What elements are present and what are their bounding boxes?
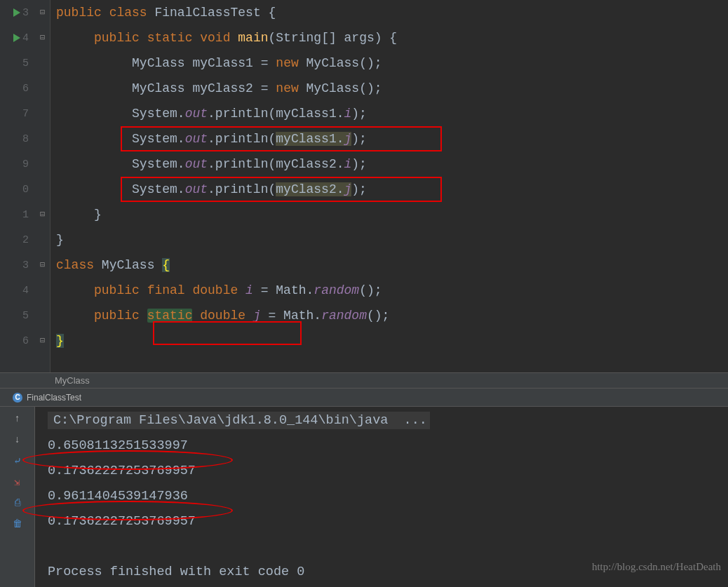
code-line: MyClass myClass1 = new MyClass(); [50,50,728,76]
code-editor[interactable]: public class FinalClassTest { public sta… [50,0,728,372]
console-output[interactable]: C:\Program Files\Java\jdk1.8.0_144\bin\j… [35,407,728,587]
code-line: } [50,202,728,227]
print-icon[interactable]: ⎙ [11,497,24,509]
code-line: public static void main(String[] args) { [50,25,728,50]
console-line: 0.9611404539147936 [48,484,728,509]
code-line: System.out.println(myClass2.j); [50,177,728,202]
run-tab-bar: C FinalClassTest [0,389,728,407]
code-line: } [50,227,728,252]
fold-icon[interactable]: ⊟ [40,211,47,218]
line-number[interactable]: 6⊟ [0,328,50,353]
code-line: System.out.println(myClass2.i); [50,151,728,177]
breadcrumb-item[interactable]: MyClass [55,375,90,386]
code-line: System.out.println(myClass1.i); [50,101,728,126]
code-line: public final double i = Math.random(); [50,278,728,303]
console-line [48,534,728,560]
line-number[interactable]: 4 [0,278,50,303]
arrow-up-icon[interactable]: ↑ [11,412,24,425]
wrap-icon[interactable]: ⤶ [11,454,24,467]
line-number[interactable]: 9 [0,151,50,177]
code-line: MyClass myClass2 = new MyClass(); [50,76,728,101]
line-number[interactable]: 3⊟ [0,0,50,25]
watermark-text: http://blog.csdn.net/HeatDeath [592,561,721,573]
line-number[interactable]: 7 [0,101,50,126]
run-gutter-icon[interactable] [13,34,20,42]
run-gutter-icon[interactable] [13,8,20,17]
fold-icon[interactable]: ⊟ [40,337,47,344]
class-icon: C [13,393,22,403]
line-number[interactable]: 8 [0,126,50,151]
code-line: class MyClass { [50,252,728,278]
line-number[interactable]: 4⊟ [0,25,50,50]
editor-area: 3⊟ 4⊟ 5 6 7 8 9 0 1⊟ 2 3⊟ 4 5 6⊟ public … [0,0,728,372]
code-line: System.out.println(myClass1.j); [50,126,728,151]
line-number[interactable]: 2 [0,227,50,252]
run-tab-label[interactable]: FinalClassTest [27,393,81,403]
arrow-down-icon[interactable]: ↓ [11,433,24,446]
console-line: 0.17362227253769957 [48,459,728,484]
fold-icon[interactable]: ⊟ [40,34,47,41]
export-icon[interactable]: ⇲ [11,475,24,488]
console-line: C:\Program Files\Java\jdk1.8.0_144\bin\j… [48,408,728,433]
line-number[interactable]: 5 [0,303,50,328]
console-line: 0.6508113251533997 [48,433,728,459]
line-number[interactable]: 3⊟ [0,252,50,278]
line-number[interactable]: 1⊟ [0,202,50,227]
code-line: } [50,328,728,353]
console-toolbar: ↑ ↓ ⤶ ⇲ ⎙ 🗑 [0,407,35,587]
code-line: public class FinalClassTest { [50,0,728,25]
gutter[interactable]: 3⊟ 4⊟ 5 6 7 8 9 0 1⊟ 2 3⊟ 4 5 6⊟ [0,0,50,372]
line-number[interactable]: 6 [0,76,50,101]
console-area: ↑ ↓ ⤶ ⇲ ⎙ 🗑 C:\Program Files\Java\jdk1.8… [0,407,728,587]
code-line: public static double j = Math.random(); [50,303,728,328]
console-line: 0.17362227253769957 [48,509,728,534]
trash-icon[interactable]: 🗑 [11,518,24,530]
breadcrumb-bar: MyClass [0,372,728,389]
line-number[interactable]: 5 [0,50,50,76]
fold-icon[interactable]: ⊟ [40,9,47,16]
line-number[interactable]: 0 [0,177,50,202]
fold-icon[interactable]: ⊟ [40,262,47,269]
